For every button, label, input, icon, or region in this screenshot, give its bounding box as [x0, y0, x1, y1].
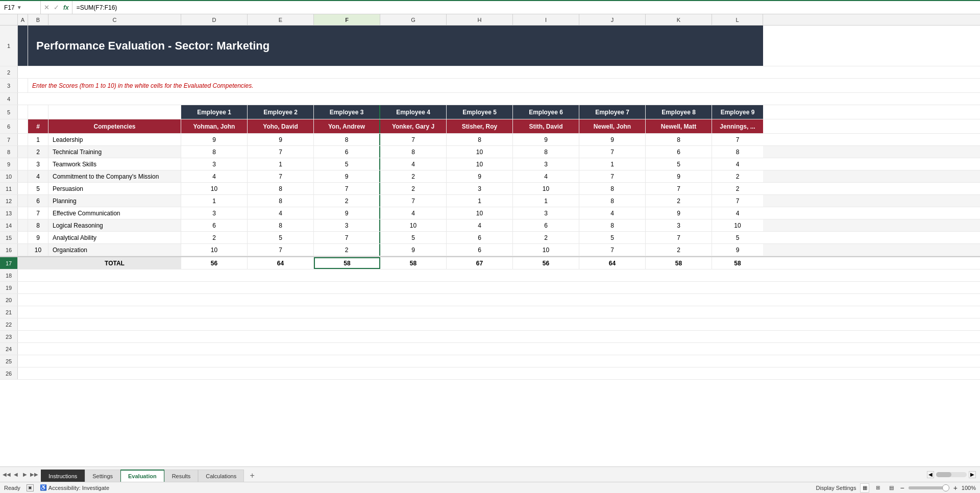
score-emp7-9[interactable]: 7 [579, 244, 646, 256]
score-emp8-1[interactable]: 6 [646, 146, 712, 158]
score-emp5-5[interactable]: 1 [447, 195, 513, 207]
row-num[interactable]: 25 [0, 355, 18, 367]
row-num[interactable]: 16 [0, 244, 18, 256]
col-header-d[interactable]: D [181, 14, 248, 25]
score-emp1-3[interactable]: 4 [181, 170, 248, 182]
score-emp9-0[interactable]: 7 [712, 134, 763, 145]
score-emp2-3[interactable]: 7 [248, 170, 314, 182]
score-emp4-0[interactable]: 7 [380, 134, 447, 145]
score-emp4-1[interactable]: 8 [380, 146, 447, 158]
score-emp6-9[interactable]: 10 [513, 244, 579, 256]
col-header-b[interactable]: B [28, 14, 48, 25]
score-emp2-5[interactable]: 8 [248, 195, 314, 207]
score-emp1-9[interactable]: 10 [181, 244, 248, 256]
row-num[interactable]: 12 [0, 195, 18, 207]
row-num[interactable]: 20 [0, 294, 18, 306]
total-emp8[interactable]: 58 [646, 257, 712, 269]
scroll-sheets-prev[interactable]: ◀ [11, 470, 20, 479]
confirm-formula-icon[interactable]: ✓ [54, 4, 59, 11]
score-emp8-6[interactable]: 9 [646, 207, 712, 219]
score-emp8-0[interactable]: 8 [646, 134, 712, 145]
score-emp3-6[interactable]: 9 [314, 207, 380, 219]
row-num[interactable]: 18 [0, 269, 18, 281]
row-num[interactable]: 21 [0, 306, 18, 318]
score-emp4-6[interactable]: 4 [380, 207, 447, 219]
score-emp8-7[interactable]: 3 [646, 219, 712, 231]
score-emp7-0[interactable]: 9 [579, 134, 646, 145]
row-num[interactable]: 22 [0, 318, 18, 330]
row-num[interactable]: 26 [0, 367, 18, 379]
sheet-tab-settings[interactable]: Settings [85, 470, 120, 482]
score-emp9-5[interactable]: 7 [712, 195, 763, 207]
score-emp2-8[interactable]: 5 [248, 232, 314, 243]
total-emp5[interactable]: 67 [447, 257, 513, 269]
score-emp7-3[interactable]: 7 [579, 170, 646, 182]
row-num[interactable]: 24 [0, 343, 18, 355]
score-emp4-4[interactable]: 2 [380, 183, 447, 194]
col-header-h[interactable]: H [447, 14, 513, 25]
score-emp1-8[interactable]: 2 [181, 232, 248, 243]
score-emp6-3[interactable]: 4 [513, 170, 579, 182]
row-num[interactable]: 23 [0, 331, 18, 342]
score-emp2-0[interactable]: 9 [248, 134, 314, 145]
score-emp1-7[interactable]: 6 [181, 219, 248, 231]
score-emp3-4[interactable]: 7 [314, 183, 380, 194]
score-emp8-8[interactable]: 7 [646, 232, 712, 243]
row-num[interactable]: 5 [0, 105, 18, 119]
row-num[interactable]: 1 [0, 26, 18, 66]
score-emp2-2[interactable]: 1 [248, 158, 314, 170]
insert-function-icon[interactable]: fx [63, 4, 69, 11]
score-emp5-8[interactable]: 6 [447, 232, 513, 243]
add-sheet-btn[interactable]: + [246, 470, 258, 482]
row-num[interactable]: 17 [0, 257, 18, 269]
total-emp6[interactable]: 56 [513, 257, 579, 269]
score-emp4-2[interactable]: 4 [380, 158, 447, 170]
zoom-in-btn[interactable]: + [953, 484, 958, 492]
score-emp7-5[interactable]: 8 [579, 195, 646, 207]
row-num[interactable]: 6 [0, 119, 18, 133]
col-header-k[interactable]: K [646, 14, 712, 25]
score-emp1-2[interactable]: 3 [181, 158, 248, 170]
col-header-j[interactable]: J [579, 14, 646, 25]
sheet-tab-results[interactable]: Results [164, 470, 199, 482]
score-emp9-9[interactable]: 9 [712, 244, 763, 256]
score-emp1-4[interactable]: 10 [181, 183, 248, 194]
score-emp1-0[interactable]: 9 [181, 134, 248, 145]
view-pagelayout-icon[interactable]: ▤ [887, 483, 896, 492]
score-emp8-5[interactable]: 2 [646, 195, 712, 207]
row-num[interactable]: 13 [0, 207, 18, 219]
row-num[interactable]: 19 [0, 282, 18, 293]
score-emp7-4[interactable]: 8 [579, 183, 646, 194]
col-header-g[interactable]: G [380, 14, 447, 25]
total-emp1[interactable]: 56 [181, 257, 248, 269]
score-emp2-6[interactable]: 4 [248, 207, 314, 219]
formula-content[interactable]: =SUM(F7:F16) [72, 4, 980, 11]
total-emp2[interactable]: 64 [248, 257, 314, 269]
row-num[interactable]: 11 [0, 183, 18, 194]
cell-a1[interactable] [18, 26, 28, 66]
score-emp1-6[interactable]: 3 [181, 207, 248, 219]
score-emp7-1[interactable]: 7 [579, 146, 646, 158]
view-normal-icon[interactable]: ▦ [860, 483, 869, 492]
score-emp6-4[interactable]: 10 [513, 183, 579, 194]
score-emp5-4[interactable]: 3 [447, 183, 513, 194]
col-header-e[interactable]: E [248, 14, 314, 25]
score-emp7-2[interactable]: 1 [579, 158, 646, 170]
score-emp5-3[interactable]: 9 [447, 170, 513, 182]
score-emp2-4[interactable]: 8 [248, 183, 314, 194]
cancel-formula-icon[interactable]: ✕ [44, 4, 50, 11]
col-header-l[interactable]: L [712, 14, 763, 25]
display-settings-btn[interactable]: Display Settings [816, 485, 856, 491]
score-emp3-5[interactable]: 2 [314, 195, 380, 207]
score-emp5-9[interactable]: 6 [447, 244, 513, 256]
score-emp6-7[interactable]: 6 [513, 219, 579, 231]
cell-ref-box[interactable]: F17 ▼ [0, 1, 41, 14]
total-emp3-active[interactable]: 58 [314, 257, 380, 269]
score-emp3-2[interactable]: 5 [314, 158, 380, 170]
score-emp9-3[interactable]: 2 [712, 170, 763, 182]
score-emp5-2[interactable]: 10 [447, 158, 513, 170]
score-emp4-8[interactable]: 5 [380, 232, 447, 243]
score-emp3-0[interactable]: 8 [314, 134, 380, 145]
score-emp2-9[interactable]: 7 [248, 244, 314, 256]
score-emp8-2[interactable]: 5 [646, 158, 712, 170]
